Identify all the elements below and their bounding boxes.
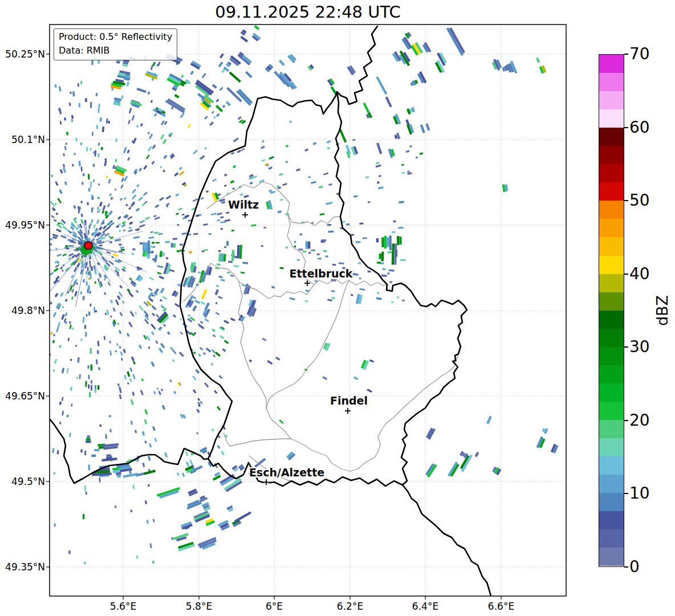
echo-bin	[177, 472, 180, 476]
echo-bin	[23, 175, 26, 178]
echo-cluster	[236, 25, 314, 106]
echo-bin	[104, 158, 107, 161]
echo-bin	[359, 288, 365, 291]
echo-bin	[1, 157, 5, 162]
echo-bin	[383, 268, 385, 270]
echo-bin	[197, 398, 200, 401]
city-marker	[345, 408, 351, 414]
echo-bin	[115, 299, 119, 305]
echo-bin	[64, 181, 67, 185]
echo-bin	[119, 346, 121, 348]
echo-cluster	[0, 83, 235, 407]
echo-bin	[143, 243, 145, 251]
echo-bin	[166, 257, 168, 259]
echo-bin	[328, 183, 332, 186]
echo-bin	[115, 189, 117, 191]
echo-bin	[135, 312, 137, 315]
echo-bin	[180, 318, 182, 321]
echo-bin	[368, 201, 371, 203]
echo-bin	[224, 246, 226, 248]
echo-bin	[204, 249, 208, 251]
echo-bin	[356, 241, 361, 243]
echo-bin	[55, 264, 60, 268]
echo-bin	[359, 223, 363, 225]
echo-bin	[139, 224, 145, 227]
echo-bin	[106, 309, 109, 315]
echo-bin	[162, 405, 166, 410]
echo-bin	[379, 175, 381, 177]
echo-bin	[318, 258, 322, 259]
echo-bin	[91, 194, 93, 199]
echo-bin	[129, 368, 132, 372]
echo-bin	[80, 81, 82, 84]
echo-bin	[151, 161, 154, 165]
echo-bin	[33, 125, 36, 129]
echo-bin	[215, 301, 218, 304]
echo-bin	[176, 193, 180, 197]
echo-bin	[69, 321, 71, 324]
echo-bin	[30, 205, 32, 207]
echo-bin	[91, 60, 93, 65]
echo-bin	[53, 369, 55, 372]
echo-bin	[57, 198, 62, 203]
echo-bin	[10, 283, 15, 287]
echo-bin	[376, 76, 387, 95]
colorbar-tick-mark	[624, 54, 628, 55]
echo-bin	[124, 375, 127, 380]
echo-bin	[109, 341, 112, 344]
colorbar-tick-mark	[624, 200, 628, 201]
echo-bin	[152, 251, 154, 253]
echo-bin	[91, 266, 93, 271]
echo-bin	[82, 182, 84, 185]
x-tick-label: 6.4°E	[397, 599, 454, 613]
echo-bin	[70, 92, 71, 94]
echo-bin	[65, 321, 67, 324]
echo-bin	[285, 161, 288, 163]
colorbar-segment	[599, 256, 624, 274]
echo-bin	[198, 353, 201, 357]
echo-bin	[62, 411, 64, 416]
echo-bin	[148, 456, 151, 461]
echo-bin	[62, 270, 64, 272]
echo-bin	[67, 368, 69, 373]
country-border-line	[402, 485, 491, 596]
echo-bin	[216, 285, 219, 287]
echo-bin	[54, 203, 56, 205]
echo-bin	[226, 211, 230, 214]
echo-bin	[152, 242, 154, 244]
echo-bin	[93, 269, 97, 275]
district-border-line	[223, 433, 291, 446]
echo-bin	[206, 348, 212, 353]
echo-bin	[97, 341, 100, 346]
echo-bin	[0, 256, 1, 258]
echo-bin	[35, 267, 40, 270]
echo-bin	[275, 357, 280, 361]
echo-bin	[87, 202, 88, 206]
echo-bin	[221, 451, 225, 455]
echo-bin	[97, 385, 100, 390]
echo-bin	[59, 422, 61, 425]
echo-bin	[109, 415, 111, 417]
echo-bin	[389, 269, 395, 271]
echo-bin	[173, 314, 177, 317]
echo-bin	[211, 349, 216, 354]
echo-bin	[47, 132, 50, 135]
country-border-line	[180, 92, 467, 486]
colorbar-tick-label: 30	[629, 337, 650, 357]
echo-bin	[157, 387, 159, 390]
echo-bin	[38, 287, 44, 292]
echo-bin	[70, 324, 72, 329]
echo-bin	[162, 296, 167, 300]
echo-bin	[147, 92, 150, 95]
echo-bin	[80, 201, 82, 203]
echo-bin	[68, 245, 74, 247]
echo-bin	[321, 240, 326, 243]
echo-bin	[40, 259, 46, 263]
echo-bin	[90, 102, 92, 108]
echo-bin	[91, 385, 92, 391]
echo-bin	[18, 238, 25, 240]
colorbar-segment	[599, 109, 624, 128]
echo-bin	[86, 314, 88, 317]
echo-bin	[109, 193, 112, 197]
colorbar-segment	[599, 384, 624, 402]
